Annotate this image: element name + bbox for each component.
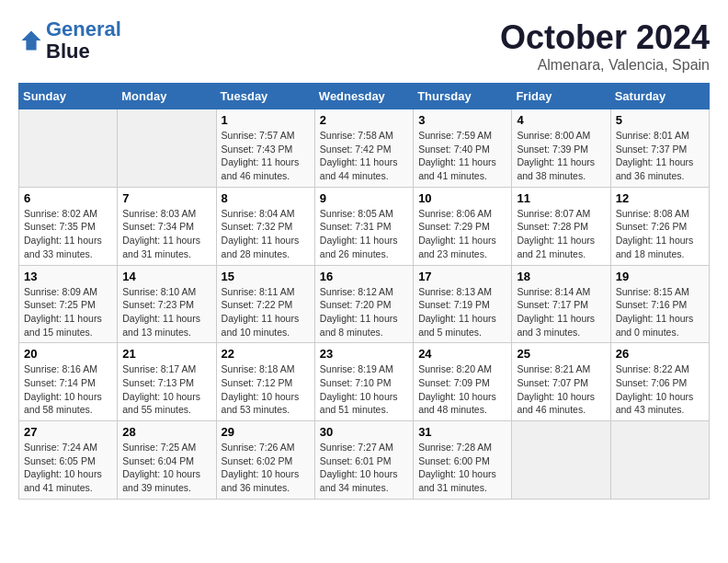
calendar-cell: 26Sunrise: 8:22 AM Sunset: 7:06 PM Dayli… — [610, 343, 709, 421]
day-info: Sunrise: 8:10 AM Sunset: 7:23 PM Dayligh… — [122, 285, 210, 339]
day-number: 24 — [418, 347, 506, 361]
calendar-cell: 25Sunrise: 8:21 AM Sunset: 7:07 PM Dayli… — [512, 343, 610, 421]
day-info: Sunrise: 8:08 AM Sunset: 7:26 PM Dayligh… — [616, 207, 704, 261]
calendar-cell: 18Sunrise: 8:14 AM Sunset: 7:17 PM Dayli… — [512, 265, 610, 343]
day-info: Sunrise: 7:25 AM Sunset: 6:04 PM Dayligh… — [122, 441, 210, 495]
logo-icon — [18, 28, 44, 53]
day-number: 3 — [418, 113, 506, 127]
day-number: 6 — [24, 191, 112, 205]
calendar-cell: 5Sunrise: 8:01 AM Sunset: 7:37 PM Daylig… — [610, 109, 709, 188]
day-info: Sunrise: 7:58 AM Sunset: 7:42 PM Dayligh… — [320, 129, 408, 183]
calendar-cell: 7Sunrise: 8:03 AM Sunset: 7:34 PM Daylig… — [118, 187, 216, 265]
calendar-week-row: 1Sunrise: 7:57 AM Sunset: 7:43 PM Daylig… — [19, 109, 710, 188]
calendar-cell: 6Sunrise: 8:02 AM Sunset: 7:35 PM Daylig… — [19, 187, 118, 265]
weekday-header-row: SundayMondayTuesdayWednesdayThursdayFrid… — [19, 84, 710, 109]
calendar-week-row: 13Sunrise: 8:09 AM Sunset: 7:25 PM Dayli… — [19, 265, 710, 343]
day-number: 9 — [320, 191, 408, 205]
calendar-cell: 23Sunrise: 8:19 AM Sunset: 7:10 PM Dayli… — [314, 343, 413, 421]
day-number: 19 — [616, 270, 704, 283]
day-info: Sunrise: 8:01 AM Sunset: 7:37 PM Dayligh… — [616, 129, 704, 183]
day-info: Sunrise: 8:22 AM Sunset: 7:06 PM Dayligh… — [616, 362, 704, 417]
day-info: Sunrise: 8:17 AM Sunset: 7:13 PM Dayligh… — [122, 362, 210, 417]
location: Almenara, Valencia, Spain — [500, 57, 710, 74]
calendar-cell: 19Sunrise: 8:15 AM Sunset: 7:16 PM Dayli… — [610, 265, 709, 343]
calendar-table: SundayMondayTuesdayWednesdayThursdayFrid… — [18, 83, 710, 500]
day-info: Sunrise: 8:06 AM Sunset: 7:29 PM Dayligh… — [418, 207, 506, 261]
logo: General Blue — [18, 18, 121, 63]
day-info: Sunrise: 8:21 AM Sunset: 7:07 PM Dayligh… — [517, 362, 605, 417]
calendar-cell: 10Sunrise: 8:06 AM Sunset: 7:29 PM Dayli… — [414, 187, 512, 265]
calendar-cell: 15Sunrise: 8:11 AM Sunset: 7:22 PM Dayli… — [216, 265, 314, 343]
title-block: October 2024 Almenara, Valencia, Spain — [500, 18, 710, 74]
day-number: 5 — [616, 113, 704, 127]
day-info: Sunrise: 8:13 AM Sunset: 7:19 PM Dayligh… — [418, 285, 506, 339]
day-number: 12 — [616, 191, 704, 205]
weekday-header: Wednesday — [314, 84, 413, 109]
day-number: 27 — [24, 425, 112, 439]
day-info: Sunrise: 7:24 AM Sunset: 6:05 PM Dayligh… — [24, 441, 112, 495]
calendar-week-row: 6Sunrise: 8:02 AM Sunset: 7:35 PM Daylig… — [19, 187, 710, 265]
day-info: Sunrise: 8:20 AM Sunset: 7:09 PM Dayligh… — [418, 362, 506, 417]
day-number: 30 — [320, 425, 408, 439]
calendar-cell: 8Sunrise: 8:04 AM Sunset: 7:32 PM Daylig… — [216, 187, 314, 265]
calendar-cell: 2Sunrise: 7:58 AM Sunset: 7:42 PM Daylig… — [314, 109, 413, 188]
day-info: Sunrise: 8:12 AM Sunset: 7:20 PM Dayligh… — [320, 285, 408, 339]
day-number: 28 — [122, 425, 210, 439]
day-info: Sunrise: 8:04 AM Sunset: 7:32 PM Dayligh… — [222, 207, 310, 261]
day-number: 11 — [517, 191, 605, 205]
calendar-week-row: 20Sunrise: 8:16 AM Sunset: 7:14 PM Dayli… — [19, 343, 710, 421]
calendar-cell: 14Sunrise: 8:10 AM Sunset: 7:23 PM Dayli… — [118, 265, 216, 343]
calendar-cell: 31Sunrise: 7:28 AM Sunset: 6:00 PM Dayli… — [414, 421, 512, 500]
calendar-cell: 28Sunrise: 7:25 AM Sunset: 6:04 PM Dayli… — [118, 421, 216, 500]
calendar-cell: 22Sunrise: 8:18 AM Sunset: 7:12 PM Dayli… — [216, 343, 314, 421]
day-number: 31 — [418, 425, 506, 439]
calendar-cell: 16Sunrise: 8:12 AM Sunset: 7:20 PM Dayli… — [314, 265, 413, 343]
page-header: General Blue October 2024 Almenara, Vale… — [18, 18, 710, 74]
logo-text: General Blue — [46, 18, 121, 63]
day-info: Sunrise: 7:59 AM Sunset: 7:40 PM Dayligh… — [418, 129, 506, 183]
calendar-cell — [19, 109, 118, 188]
day-number: 22 — [222, 347, 310, 361]
calendar-cell — [512, 421, 610, 500]
day-number: 15 — [222, 270, 310, 283]
weekday-header: Tuesday — [216, 84, 314, 109]
day-number: 17 — [418, 270, 506, 283]
day-info: Sunrise: 8:02 AM Sunset: 7:35 PM Dayligh… — [24, 207, 112, 261]
day-info: Sunrise: 8:00 AM Sunset: 7:39 PM Dayligh… — [517, 129, 605, 183]
weekday-header: Friday — [512, 84, 610, 109]
day-number: 18 — [517, 270, 605, 283]
day-number: 20 — [24, 347, 112, 361]
calendar-cell: 12Sunrise: 8:08 AM Sunset: 7:26 PM Dayli… — [610, 187, 709, 265]
day-info: Sunrise: 8:09 AM Sunset: 7:25 PM Dayligh… — [24, 285, 112, 339]
calendar-cell — [118, 109, 216, 188]
day-info: Sunrise: 7:57 AM Sunset: 7:43 PM Dayligh… — [222, 129, 310, 183]
day-number: 4 — [517, 113, 605, 127]
calendar-cell: 21Sunrise: 8:17 AM Sunset: 7:13 PM Dayli… — [118, 343, 216, 421]
day-info: Sunrise: 8:15 AM Sunset: 7:16 PM Dayligh… — [616, 285, 704, 339]
calendar-cell: 13Sunrise: 8:09 AM Sunset: 7:25 PM Dayli… — [19, 265, 118, 343]
calendar-cell: 3Sunrise: 7:59 AM Sunset: 7:40 PM Daylig… — [414, 109, 512, 188]
calendar-cell: 24Sunrise: 8:20 AM Sunset: 7:09 PM Dayli… — [414, 343, 512, 421]
day-info: Sunrise: 8:03 AM Sunset: 7:34 PM Dayligh… — [122, 207, 210, 261]
month-title: October 2024 — [500, 18, 710, 57]
calendar-cell — [610, 421, 709, 500]
day-info: Sunrise: 8:18 AM Sunset: 7:12 PM Dayligh… — [222, 362, 310, 417]
day-number: 21 — [122, 347, 210, 361]
weekday-header: Monday — [118, 84, 216, 109]
day-number: 10 — [418, 191, 506, 205]
day-number: 1 — [222, 113, 310, 127]
day-number: 8 — [222, 191, 310, 205]
day-number: 14 — [122, 270, 210, 283]
day-info: Sunrise: 8:14 AM Sunset: 7:17 PM Dayligh… — [517, 285, 605, 339]
svg-marker-0 — [22, 31, 41, 51]
weekday-header: Thursday — [414, 84, 512, 109]
day-info: Sunrise: 8:16 AM Sunset: 7:14 PM Dayligh… — [24, 362, 112, 417]
day-number: 26 — [616, 347, 704, 361]
weekday-header: Sunday — [19, 84, 118, 109]
day-number: 13 — [24, 270, 112, 283]
calendar-cell: 20Sunrise: 8:16 AM Sunset: 7:14 PM Dayli… — [19, 343, 118, 421]
day-info: Sunrise: 8:19 AM Sunset: 7:10 PM Dayligh… — [320, 362, 408, 417]
weekday-header: Saturday — [610, 84, 709, 109]
day-info: Sunrise: 8:05 AM Sunset: 7:31 PM Dayligh… — [320, 207, 408, 261]
calendar-cell: 1Sunrise: 7:57 AM Sunset: 7:43 PM Daylig… — [216, 109, 314, 188]
